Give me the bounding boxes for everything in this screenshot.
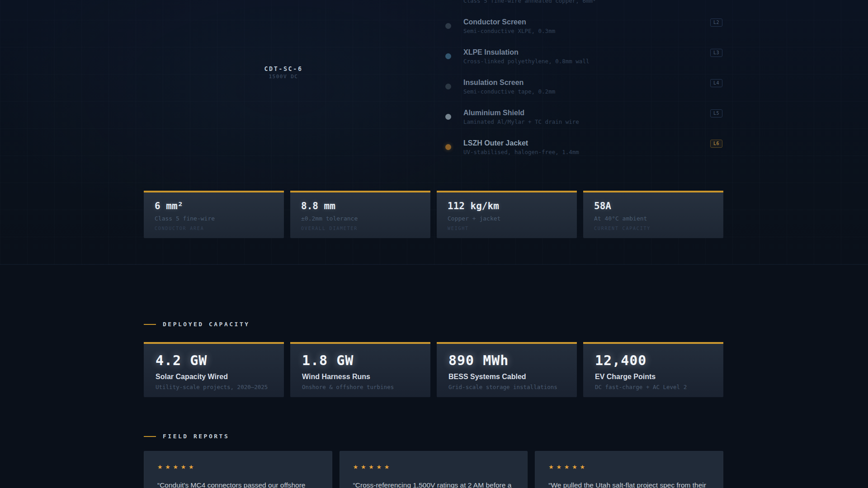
spec-label: ±0.2mm tolerance [301, 215, 420, 222]
layer-subtitle: Semi-conductive XLPE, 0.3mm [463, 28, 710, 35]
spec-card-current-capacity: 58A At 40°C ambient CURRENT CAPACITY [583, 191, 723, 238]
layer-badge: L4 [710, 79, 722, 87]
spec-label: Copper + jacket [448, 215, 566, 222]
layer-dot-icon [445, 53, 451, 59]
layer-row-aluminium-shield[interactable]: Aluminium Shield Laminated Al/Mylar + TC… [445, 108, 722, 126]
stat-label: EV Charge Points [595, 372, 712, 381]
layer-dot-icon [445, 144, 451, 150]
capacity-card-ev: 12,400 EV Charge Points DC fast-charge +… [583, 342, 723, 397]
stat-label: Wind Harness Runs [302, 372, 419, 381]
layer-title: XLPE Insulation [463, 48, 710, 56]
capacity-card-bess: 890 MWh BESS Systems Cabled Grid-scale s… [437, 342, 577, 397]
layer-subtitle: Class 5 fine-wire annealed copper, 6mm² [463, 0, 710, 5]
layer-subtitle: Laminated Al/Mylar + TC drain wire [463, 118, 710, 126]
spec-kicker: CURRENT CAPACITY [594, 226, 712, 231]
layer-badge: L6 [710, 140, 722, 148]
field-reports-header: FIELD REPORTS [144, 433, 229, 440]
spec-kicker: OVERALL DIAMETER [301, 226, 420, 231]
layer-subtitle: Semi-conductive tape, 0.2mm [463, 88, 710, 95]
layer-title: Aluminium Shield [463, 108, 710, 117]
layer-dot-icon [445, 84, 451, 89]
layer-row-xlpe-insulation[interactable]: XLPE Insulation Cross-linked polyethylen… [445, 48, 722, 65]
layer-badge: L5 [710, 109, 722, 117]
deployed-capacity-header: DEPLOYED CAPACITY [144, 321, 250, 328]
stat-subtitle: Onshore & offshore turbines [302, 384, 419, 390]
layer-title: Insulation Screen [463, 78, 710, 87]
spec-card-row: 6 mm² Class 5 fine-wire CONDUCTOR AREA 8… [144, 191, 723, 238]
section-heading: FIELD REPORTS [163, 433, 229, 440]
layer-subtitle: Cross-linked polyethylene, 0.8mm wall [463, 58, 710, 65]
section-heading: DEPLOYED CAPACITY [163, 321, 250, 328]
stat-label: BESS Systems Cabled [448, 372, 565, 381]
stat-subtitle: Utility-scale projects, 2020–2025 [156, 384, 272, 390]
star-rating-icon: ★ ★ ★ ★ ★ [353, 464, 514, 470]
capacity-card-wind: 1.8 GW Wind Harness Runs Onshore & offsh… [290, 342, 430, 397]
capacity-card-row: 4.2 GW Solar Capacity Wired Utility-scal… [144, 342, 723, 397]
layer-subtitle: UV-stabilised, halogen-free, 1.4mm [463, 149, 710, 156]
stat-value: 1.8 GW [302, 353, 419, 368]
layer-row-lszh-outer-jacket[interactable]: LSZH Outer Jacket UV-stabilised, halogen… [445, 139, 722, 156]
star-rating-icon: ★ ★ ★ ★ ★ [548, 464, 710, 470]
header-dash-icon [144, 324, 156, 325]
layer-title: LSZH Outer Jacket [463, 139, 710, 147]
stat-value: 12,400 [595, 353, 712, 368]
testimonial-card: ★ ★ ★ ★ ★ “Conduit's MC4 connectors pass… [144, 451, 332, 488]
layer-dot-icon [445, 23, 451, 29]
layer-badge: L3 [710, 49, 722, 57]
header-dash-icon [144, 436, 156, 437]
testimonial-quote: “Cross-referencing 1,500V ratings at 2 A… [353, 480, 514, 488]
spec-value: 6 mm² [155, 201, 273, 211]
stat-label: Solar Capacity Wired [156, 372, 272, 381]
cable-model-label: CDT-SC-6 1500V DC [264, 65, 302, 80]
star-rating-icon: ★ ★ ★ ★ ★ [157, 464, 319, 470]
spec-value: 112 kg/km [448, 201, 566, 211]
layer-dot-icon [445, 114, 451, 120]
layer-badge: L2 [710, 19, 722, 27]
layer-row-insulation-screen[interactable]: Insulation Screen Semi-conductive tape, … [445, 78, 722, 95]
layer-row-conductor-screen[interactable]: Conductor Screen Semi-conductive XLPE, 0… [445, 18, 722, 35]
stat-value: 890 MWh [448, 353, 565, 368]
spec-kicker: WEIGHT [448, 226, 566, 231]
layer-row-copper-conductor[interactable]: Class 5 fine-wire annealed copper, 6mm² … [445, 0, 722, 5]
testimonial-quote: “We pulled the Utah salt-flat project sp… [548, 480, 710, 488]
capacity-card-solar: 4.2 GW Solar Capacity Wired Utility-scal… [144, 342, 284, 397]
stat-subtitle: DC fast-charge + AC Level 2 [595, 384, 712, 390]
layer-title: Conductor Screen [463, 18, 710, 26]
stat-value: 4.2 GW [156, 353, 272, 368]
spec-card-overall-diameter: 8.8 mm ±0.2mm tolerance OVERALL DIAMETER [290, 191, 430, 238]
spec-label: Class 5 fine-wire [155, 215, 273, 222]
cable-layer-list: Class 5 fine-wire annealed copper, 6mm² … [445, 0, 722, 169]
cable-model-name: CDT-SC-6 [264, 65, 302, 72]
spec-card-conductor-area: 6 mm² Class 5 fine-wire CONDUCTOR AREA [144, 191, 284, 238]
spec-kicker: CONDUCTOR AREA [155, 226, 273, 231]
testimonial-card: ★ ★ ★ ★ ★ “Cross-referencing 1,500V rati… [340, 451, 528, 488]
spec-card-weight: 112 kg/km Copper + jacket WEIGHT [437, 191, 577, 238]
stat-subtitle: Grid-scale storage installations [448, 384, 565, 390]
testimonial-quote: “Conduit's MC4 connectors passed our off… [157, 480, 319, 488]
spec-label: At 40°C ambient [594, 215, 712, 222]
cable-voltage: 1500V DC [264, 74, 302, 80]
testimonial-card: ★ ★ ★ ★ ★ “We pulled the Utah salt-flat … [535, 451, 723, 488]
spec-value: 58A [594, 201, 712, 211]
spec-value: 8.8 mm [301, 201, 420, 211]
hero-section: CDT-SC-6 1500V DC Class 5 fine-wire anne… [0, 0, 868, 265]
field-reports-row: ★ ★ ★ ★ ★ “Conduit's MC4 connectors pass… [144, 451, 723, 488]
